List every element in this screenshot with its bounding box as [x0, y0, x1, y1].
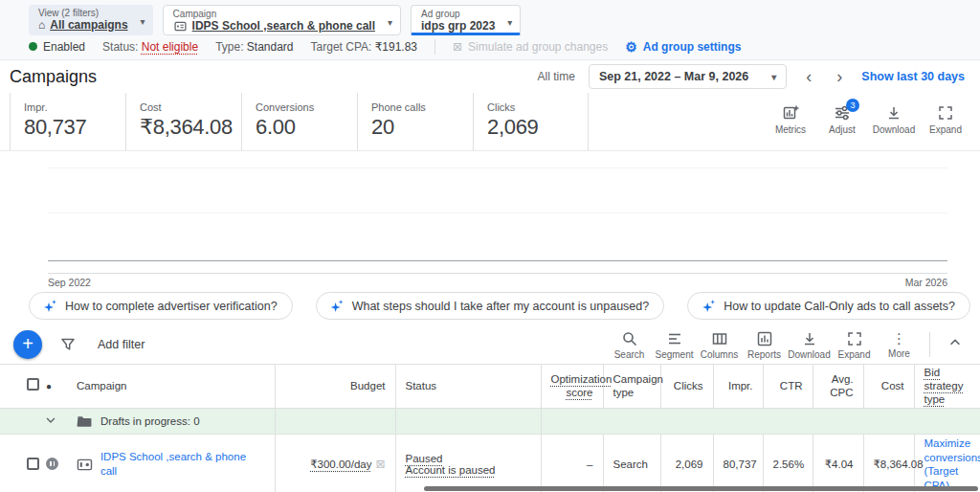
reports-label: Reports — [747, 349, 781, 360]
search-button[interactable]: Search — [607, 330, 652, 360]
bid-strategy-link[interactable]: Maximize conversions (Target CPA) — [924, 437, 980, 490]
drafts-row[interactable]: Drafts in progress: 0 — [0, 409, 980, 435]
expand-button[interactable]: Expand — [923, 104, 969, 135]
scorecard-cost[interactable]: Cost ₹8,364.08 — [125, 93, 241, 150]
x-axis-end-label: Mar 2026 — [905, 277, 947, 288]
segment-button[interactable]: Segment — [652, 330, 697, 360]
header-status[interactable]: Status — [395, 365, 541, 409]
scorecard-phone-calls[interactable]: Phone calls 20 — [357, 93, 473, 150]
date-controls: All time Sep 21, 2022 – Mar 9, 2026 ▾ ‹ … — [538, 64, 965, 89]
status-value[interactable]: Paused — [406, 453, 443, 464]
header-impressions[interactable]: Impr. — [713, 365, 763, 409]
header-cost[interactable]: Cost — [863, 365, 914, 409]
columns-button[interactable]: Columns — [697, 330, 742, 360]
suggestion-chip-unpaused[interactable]: What steps should I take after my accoun… — [316, 292, 665, 320]
scorecard-label: Cost — [140, 101, 241, 113]
scorecard-value: 20 — [371, 115, 394, 139]
campaign-selector-value: IDPS School ,search & phone call — [192, 19, 375, 34]
segment-label: Segment — [655, 349, 693, 360]
x-axis-start-label: Sep 2022 — [48, 277, 91, 288]
scorecard-clicks[interactable]: Clicks 2,069 — [473, 93, 589, 150]
view-selector[interactable]: View (2 filters) ⌂ All campaigns ▾ — [29, 5, 153, 35]
all-time-label: All time — [538, 70, 575, 83]
status-detail[interactable]: Account is paused — [406, 464, 496, 476]
adjust-button[interactable]: 3 Adjust — [819, 104, 865, 135]
table-download-button[interactable]: Download — [787, 330, 832, 360]
chevron-down-icon: ▾ — [771, 72, 776, 82]
drafts-cell: Drafts in progress: 0 — [77, 414, 265, 428]
type-status: Type: Standard — [215, 40, 293, 54]
target-cpa-label: Target CPA: — [311, 40, 372, 54]
chevron-down-icon[interactable] — [44, 414, 57, 427]
header-avg-cpc[interactable]: Avg. CPC — [813, 365, 863, 409]
reports-button[interactable]: Reports — [742, 330, 787, 360]
divider — [929, 332, 930, 357]
add-campaign-button[interactable]: + — [13, 330, 42, 359]
adgroup-selector[interactable]: Ad group idps grp 2023 ▾ — [411, 5, 521, 35]
gridline — [48, 168, 947, 168]
chevron-up-icon — [947, 335, 963, 350]
target-cpa: Target CPA: ₹191.83 — [311, 40, 418, 54]
campaign-name-link[interactable]: IDPS School ,search & phone call — [100, 450, 265, 479]
scorecard-value: 80,737 — [24, 115, 87, 139]
gear-icon: ⚙ — [625, 40, 637, 54]
date-next-button[interactable]: › — [831, 68, 848, 85]
row-checkbox[interactable] — [27, 458, 39, 470]
status-value[interactable]: Not eligible — [142, 40, 198, 54]
header-budget[interactable]: Budget — [275, 365, 395, 409]
expand-label: Expand — [838, 349, 871, 360]
header-ctr[interactable]: CTR — [763, 365, 813, 409]
search-icon — [621, 330, 638, 347]
google-ads-page: View (2 filters) ⌂ All campaigns ▾ Campa… — [0, 0, 980, 492]
folder-icon — [77, 414, 92, 428]
simulate-button: ⊠Simulate ad group changes — [453, 40, 608, 54]
add-filter-button[interactable]: Add filter — [98, 338, 145, 351]
header-clicks[interactable]: Clicks — [660, 365, 713, 409]
simulate-icon: ⊠ — [453, 40, 462, 54]
x-axis-line — [48, 260, 947, 261]
date-range-picker[interactable]: Sep 21, 2022 – Mar 9, 2026 ▾ — [589, 64, 787, 89]
suggestion-chip-verification[interactable]: How to complete advertiser verification? — [29, 292, 293, 320]
header-campaign[interactable]: Campaign — [67, 365, 275, 409]
gridline — [48, 212, 947, 213]
date-prev-button[interactable]: ‹ — [800, 68, 817, 85]
page-header: Campaigns All time Sep 21, 2022 – Mar 9,… — [0, 59, 980, 93]
header-bid-strategy-type[interactable]: Bid strategy type — [924, 367, 964, 405]
sparkle-icon — [44, 300, 56, 312]
more-button[interactable]: ⋮ More — [877, 331, 922, 359]
horizontal-scrollbar[interactable] — [424, 486, 978, 491]
campaign-selector[interactable]: Campaign IDPS School ,search & phone cal… — [163, 5, 401, 35]
expand-icon — [846, 330, 863, 347]
suggestion-chip-call-assets[interactable]: How to update Call-Only ads to call asse… — [687, 292, 970, 320]
type-label: Type: — [215, 40, 243, 54]
scorecard-impressions[interactable]: Impr. 80,737 — [10, 93, 125, 150]
table-header-row: ● Campaign Budget Status Optimization sc… — [0, 365, 980, 409]
budget-simulator-icon[interactable]: ⊠ — [375, 458, 385, 471]
table-expand-button[interactable]: Expand — [832, 330, 877, 360]
date-range-value: Sep 21, 2022 – Mar 9, 2026 — [599, 70, 748, 83]
drafts-label: Drafts in progress: 0 — [100, 415, 200, 427]
columns-icon — [711, 330, 728, 347]
call-campaign-icon — [77, 458, 93, 472]
search-label: Search — [614, 349, 645, 360]
type-value: Standard — [247, 40, 294, 54]
header-campaign-type[interactable]: Campaign type — [603, 365, 660, 409]
filter-icon[interactable] — [59, 336, 77, 353]
suggestion-chips: How to complete advertiser verification?… — [0, 287, 980, 325]
cost-value: ₹8,364.08 — [863, 435, 914, 492]
budget-value[interactable]: ₹300.00/day — [310, 458, 371, 470]
paused-status-icon[interactable] — [46, 458, 58, 470]
metrics-button[interactable]: Metrics — [768, 104, 813, 135]
download-button[interactable]: Download — [871, 104, 917, 135]
scorecard-conversions[interactable]: Conversions 6.00 — [241, 93, 357, 150]
status-dot-header-icon[interactable]: ● — [46, 381, 52, 391]
scorecard-label: Phone calls — [371, 101, 473, 113]
collapse-table-button[interactable] — [938, 335, 972, 354]
reports-icon — [756, 330, 773, 347]
clicks-value: 2,069 — [660, 435, 713, 492]
show-last-30-days-link[interactable]: Show last 30 days — [861, 70, 965, 83]
select-all-checkbox[interactable] — [27, 378, 39, 391]
adgroup-settings-button[interactable]: ⚙Ad group settings — [625, 40, 741, 54]
segment-icon — [666, 330, 683, 347]
view-selector-value: All campaigns — [50, 18, 127, 33]
